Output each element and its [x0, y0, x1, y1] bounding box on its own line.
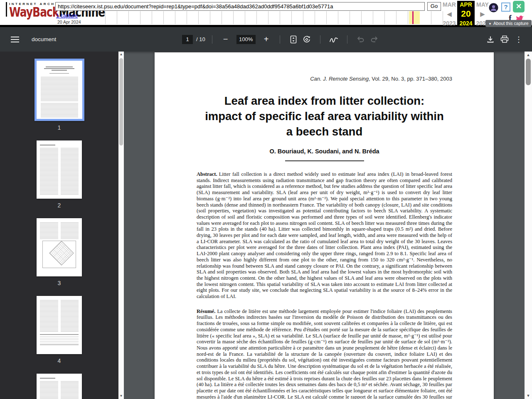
about-capture-label: About this capture	[493, 21, 529, 26]
rotate-icon[interactable]	[300, 33, 313, 46]
viewer-content: 1 2 3 4 ▲ ▼ Can. J. Remote Sensing, Vol	[0, 52, 532, 399]
help-icon[interactable]: ?	[501, 2, 510, 12]
capture-day-label: 20	[457, 8, 475, 20]
prev-capture-arrow-icon[interactable]: ◀	[441, 10, 457, 18]
pdf-page: Can. J. Remote Sensing, Vol. 29, No. 3, …	[155, 52, 494, 399]
archive-account-icon[interactable]	[489, 3, 498, 14]
month-selected-label: APR	[457, 1, 475, 8]
document-title: document	[32, 36, 56, 42]
archived-url-input[interactable]	[55, 2, 425, 11]
scroll-down-icon[interactable]: ▼	[118, 393, 124, 399]
thumbnail-page-number: 1	[0, 124, 118, 131]
month-prev-label[interactable]: MAR	[441, 1, 457, 8]
resume-label: Résumé.	[197, 308, 215, 314]
fit-to-page-icon[interactable]	[287, 33, 300, 46]
page-thumbnail-4[interactable]	[37, 296, 82, 354]
scroll-up-icon[interactable]: ▲	[525, 52, 532, 58]
scroll-up-icon[interactable]: ▲	[118, 52, 124, 57]
journal-name: Can. J. Remote Sensing	[310, 76, 369, 82]
title-line-2: impact of specific leaf area variability…	[197, 108, 452, 124]
toolbar-divider	[212, 35, 212, 44]
toolbar-divider	[320, 35, 320, 44]
thumbnail-page-number: 4	[0, 357, 118, 364]
page-number-input[interactable]	[182, 35, 193, 44]
close-toolbar-icon[interactable]: ✕	[513, 1, 525, 12]
toolbar-divider	[347, 35, 347, 44]
next-capture-arrow-icon[interactable]: ▶	[475, 10, 490, 18]
download-icon[interactable]	[484, 33, 497, 46]
dropdown-icon: ▼	[488, 22, 492, 26]
page-thumbnail-5[interactable]	[37, 374, 82, 399]
title-line-3: a beech stand	[197, 124, 452, 139]
paper-authors: O. Bouriaud, K. Soudani, and N. Bréda	[197, 148, 452, 155]
authors-divider	[285, 160, 364, 161]
paper-title: Leaf area index from litter collection: …	[197, 93, 452, 139]
captures-count-link[interactable]: 1 capture	[56, 13, 78, 19]
abstract-paragraph: Abstract.Litter fall collection is a dir…	[197, 171, 452, 300]
menu-icon[interactable]	[8, 33, 22, 46]
pdf-page-area: Can. J. Remote Sensing, Vol. 29, No. 3, …	[124, 52, 525, 399]
journal-volume-info: , Vol. 29, No. 3, pp. 371–380, 2003	[369, 76, 452, 82]
capture-date-label: 20 Apr 2024	[57, 20, 81, 25]
toolbar-right-group: ⋮	[484, 27, 525, 52]
zoom-in-icon[interactable]: +	[260, 33, 273, 46]
journal-citation: Can. J. Remote Sensing, Vol. 29, No. 3, …	[197, 76, 452, 82]
capture-timeline[interactable]	[94, 11, 443, 24]
page-thumbnail-1[interactable]	[34, 59, 84, 121]
month-next-label[interactable]: MAY	[475, 1, 490, 8]
thumbnail-sidebar: 1 2 3 4	[0, 52, 118, 399]
abstract-text: Litter fall collection is a direct metho…	[197, 171, 452, 299]
toolbar-divider	[280, 35, 280, 44]
capture-marker	[412, 11, 414, 24]
zoom-out-icon[interactable]: −	[219, 33, 232, 46]
annotate-icon[interactable]	[327, 33, 340, 46]
page-thumbnail-3[interactable]	[37, 218, 82, 276]
abstract-label: Abstract.	[197, 171, 217, 177]
capture-calendar: MAR APR MAY ◀ 20 ▶ 2023 2024 2025	[441, 1, 490, 27]
main-scroll-thumb[interactable]	[526, 59, 531, 85]
zoom-level-value[interactable]: 100%	[236, 35, 256, 44]
resume-paragraph: Résumé.La collecte de litière est une mé…	[197, 308, 452, 399]
toolbar-center-group: / 10 − 100% +	[182, 27, 381, 52]
toolbar-left-group: document	[8, 27, 56, 52]
scroll-down-icon[interactable]: ▼	[525, 392, 532, 399]
print-icon[interactable]	[498, 33, 511, 46]
page-thumbnail-2[interactable]	[37, 140, 82, 199]
resume-text: La collecte de litière est une méthode l…	[197, 308, 452, 399]
about-this-capture-button[interactable]: ▼About this capture	[485, 20, 532, 27]
pdf-viewer-toolbar: document / 10 − 100% +	[0, 27, 532, 52]
page-count-label: / 10	[196, 36, 205, 42]
sidebar-scrollbar[interactable]: ▲ ▼	[118, 52, 124, 399]
redo-icon[interactable]	[367, 33, 381, 46]
logo-wayback-text: WayBack	[9, 5, 59, 20]
wayback-toolbar: INTERNET ARCHIVE WayBackMachine Go 1 cap…	[0, 0, 532, 27]
more-options-icon[interactable]: ⋮	[512, 33, 525, 46]
capture-highlight	[409, 11, 420, 24]
thumbnail-page-number: 3	[0, 280, 118, 286]
undo-icon[interactable]	[354, 33, 367, 46]
main-scrollbar[interactable]: ▲ ▼	[525, 52, 532, 399]
title-line-1: Leaf area index from litter collection:	[197, 93, 452, 108]
go-button[interactable]: Go	[427, 2, 441, 11]
year-selected-label: 2024	[457, 20, 475, 27]
year-prev-label[interactable]: 2023	[441, 20, 457, 27]
thumbnail-page-number: 2	[0, 202, 118, 209]
sidebar-scroll-thumb[interactable]	[119, 58, 123, 145]
